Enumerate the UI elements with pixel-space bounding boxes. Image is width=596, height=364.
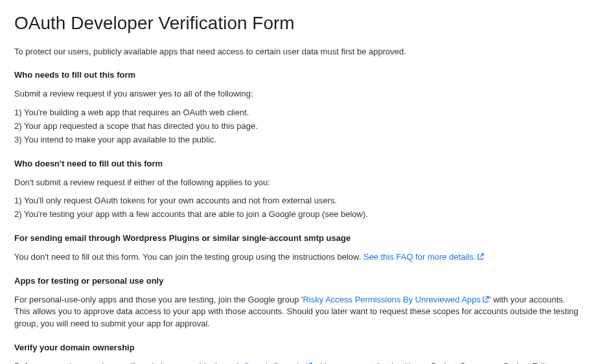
project-owner-em: Project Owner bbox=[430, 361, 483, 364]
who-doesnt-item: 2) You're testing your app with a few ac… bbox=[14, 209, 582, 221]
who-needs-heading: Who needs to fill out this form bbox=[14, 69, 582, 82]
intro-text: To protect our users, publicly available… bbox=[14, 46, 582, 58]
project-editor-em: Project Editor bbox=[503, 361, 553, 364]
who-needs-item: 2) Your app requested a scope that has d… bbox=[14, 120, 582, 133]
who-doesnt-lead: Don't submit a review request if either … bbox=[14, 177, 582, 189]
who-needs-item: 1) You're building a web app that requir… bbox=[14, 107, 582, 119]
faq-details-link[interactable]: See this FAQ for more details. bbox=[363, 252, 484, 262]
wordpress-text: You don't need to fill out this form. Yo… bbox=[14, 251, 582, 264]
page-title: OAuth Developer Verification Form bbox=[14, 10, 582, 37]
verify-heading: Verify your domain ownership bbox=[14, 342, 582, 354]
who-doesnt-item: 1) You'll only request OAuth tokens for … bbox=[14, 195, 582, 207]
wordpress-heading: For sending email through Wordpress Plug… bbox=[14, 233, 582, 245]
external-link-icon bbox=[477, 253, 484, 260]
who-needs-item: 3) You intend to make your app available… bbox=[14, 134, 582, 146]
risky-access-group-link[interactable]: Risky Access Permissions By Unreviewed A… bbox=[303, 295, 489, 304]
who-needs-lead: Submit a review request if you answer ye… bbox=[14, 88, 582, 100]
who-doesnt-heading: Who doesn't need to fill out this form bbox=[14, 158, 582, 170]
search-console-link[interactable]: Search Console bbox=[244, 361, 312, 364]
testing-text: For personal-use-only apps and those you… bbox=[14, 294, 582, 331]
external-link-icon bbox=[482, 296, 489, 303]
testing-heading: Apps for testing or personal use only bbox=[14, 275, 582, 288]
verify-text: Before requesting a review, verify websi… bbox=[14, 361, 582, 364]
